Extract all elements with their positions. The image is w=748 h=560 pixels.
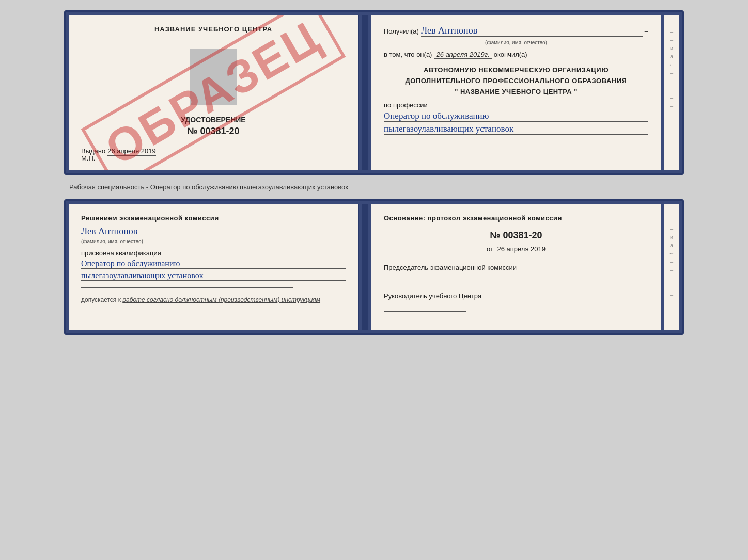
right-margin-top: – – – и а ← – – – – – [664, 15, 679, 170]
bottom-right-page: Основание: протокол экзаменационной коми… [371, 204, 661, 330]
document-container: НАЗВАНИЕ УЧЕБНОГО ЦЕНТРА ОБРАЗЕЦ УДОСТОВ… [64, 10, 684, 335]
protocol-number: № 00381-20 [384, 230, 648, 241]
blank-line-2 [81, 287, 293, 288]
protocol-date: от 26 апреля 2019 [384, 245, 648, 253]
protocol-date-value: 26 апреля 2019 [497, 245, 546, 253]
issued-date-value: 26 апреля 2019 [107, 147, 156, 156]
right-margin-bottom: – – – и а ← – – – – – [664, 204, 679, 330]
org-line3: " НАЗВАНИЕ УЧЕБНОГО ЦЕНТРА " [384, 87, 648, 98]
profession-label: по профессии [384, 101, 648, 109]
cert-number: № 00381-20 [81, 126, 346, 137]
dash-after-name: – [645, 27, 648, 35]
top-right-page: Получил(а) Лев Антпонов – (фамилия, имя,… [371, 15, 661, 170]
issued-date-row: Выдано 26 апреля 2019 [81, 147, 346, 156]
recipient-name: Лев Антпонов [421, 25, 643, 37]
received-label: Получил(а) [384, 27, 419, 35]
separator-text: Рабочая специальность - Оператор по обсл… [69, 183, 348, 191]
work-admission-value: работе согласно должностным (производств… [122, 296, 320, 303]
director-signature-line [384, 311, 466, 312]
blank-line-3 [81, 307, 293, 307]
cert-type-label: УДОСТОВЕРЕНИЕ [81, 116, 346, 124]
profession-line2: пылегазоулавливающих установок [384, 124, 648, 135]
book-spine [362, 15, 368, 170]
chairman-block: Председатель экзаменационной комиссии [384, 263, 648, 283]
qualification-line1: Оператор по обслуживанию [81, 259, 346, 269]
org-line2: ДОПОЛНИТЕЛЬНОГО ПРОФЕССИОНАЛЬНОГО ОБРАЗО… [384, 76, 648, 87]
recipient-row: Получил(а) Лев Антпонов – [384, 25, 648, 37]
mp-label: М.П. [81, 154, 95, 162]
bottom-left-page: Решением экзаменационной комиссии Лев Ан… [69, 204, 359, 330]
issued-label: Выдано [81, 147, 105, 155]
top-certificate-book: НАЗВАНИЕ УЧЕБНОГО ЦЕНТРА ОБРАЗЕЦ УДОСТОВ… [64, 10, 684, 175]
qualification-label: присвоена квалификация [81, 249, 346, 257]
director-block: Руководитель учебного Центра [384, 292, 648, 312]
qualification-line2: пылегазоулавливающих установок [81, 271, 346, 281]
top-left-page: НАЗВАНИЕ УЧЕБНОГО ЦЕНТРА ОБРАЗЕЦ УДОСТОВ… [69, 15, 359, 170]
basis-title: Основание: протокол экзаменационной коми… [384, 214, 648, 222]
work-admission: допускается к работе согласно должностны… [81, 296, 346, 303]
bottom-certificate-book: Решением экзаменационной комиссии Лев Ан… [64, 199, 684, 335]
photo-placeholder [190, 49, 237, 105]
commission-title: Решением экзаменационной комиссии [81, 214, 346, 222]
profession-line1: Оператор по обслуживанию [384, 111, 648, 122]
date-suffix: окончил(а) [494, 51, 527, 58]
protocol-date-prefix: от [487, 245, 493, 253]
fio-hint-top: (фамилия, имя, отчество) [384, 40, 648, 45]
director-label: Руководитель учебного Центра [384, 292, 648, 301]
bottom-book-spine [362, 204, 368, 330]
person-name-bottom: Лев Антпонов [81, 226, 137, 237]
date-prefix: в том, что он(а) [384, 51, 432, 58]
school-name-title: НАЗВАНИЕ УЧЕБНОГО ЦЕНТРА [81, 25, 346, 33]
org-block: АВТОНОМНУЮ НЕКОММЕРЧЕСКУЮ ОРГАНИЗАЦИЮ ДО… [384, 65, 648, 97]
completion-date: 26 апреля 2019г. [434, 51, 491, 59]
fio-hint-bottom: (фамилия, имя, отчество) [81, 238, 346, 244]
blank-line-1 [81, 284, 293, 284]
completion-date-row: в том, что он(а) 26 апреля 2019г. окончи… [384, 51, 648, 59]
chairman-signature-line [384, 283, 466, 283]
work-admission-prefix: допускается к [81, 296, 121, 303]
org-line1: АВТОНОМНУЮ НЕКОММЕРЧЕСКУЮ ОРГАНИЗАЦИЮ [384, 65, 648, 76]
chairman-label: Председатель экзаменационной комиссии [384, 263, 648, 273]
